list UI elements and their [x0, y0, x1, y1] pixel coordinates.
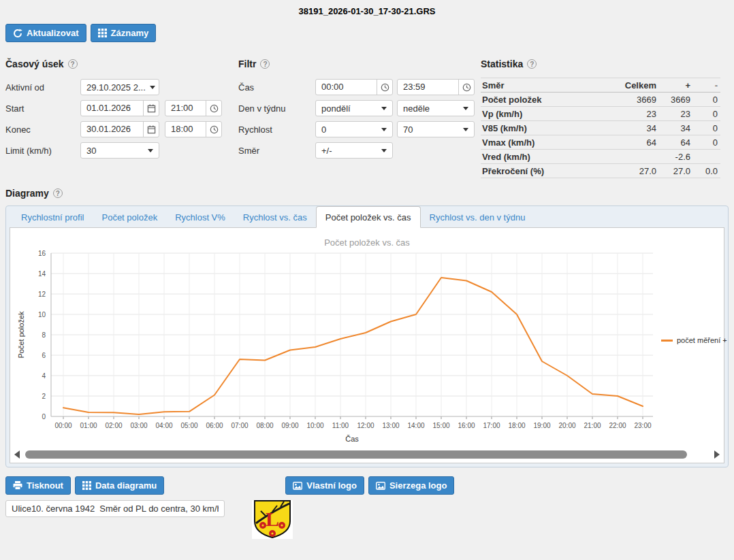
svg-text:07:00: 07:00 — [231, 422, 248, 429]
help-icon[interactable] — [53, 188, 63, 198]
diagram-panel: Rychlostní profil Počet položek Rychlost… — [5, 205, 729, 467]
page: 38191_2026-01-30_17-30-21.GRS Aktualizov… — [0, 0, 734, 543]
svg-text:19:00: 19:00 — [533, 422, 550, 429]
chevron-down-icon — [381, 149, 387, 152]
help-icon[interactable] — [527, 59, 537, 69]
tab-pocet-polozek-vs-cas[interactable]: Počet položek vs. čas — [316, 206, 421, 228]
chart-horizontal-scrollbar — [14, 449, 720, 460]
printer-icon — [13, 481, 22, 490]
table-row: Vred (km/h) -2.6 — [481, 150, 720, 164]
top-toolbar: Aktualizovat Záznamy — [5, 24, 729, 42]
svg-text:4: 4 — [42, 372, 46, 380]
table-row: Vmax (km/h) 64 64 0 — [481, 135, 720, 150]
tab-rychlost-vs-den[interactable]: Rychlost vs. den v týdnu — [421, 207, 534, 227]
records-button-label: Záznamy — [111, 28, 149, 38]
grid-icon — [98, 29, 107, 37]
clock-icon[interactable] — [377, 80, 392, 95]
weekday-to-select[interactable]: neděle — [397, 100, 475, 116]
speed-filter-label: Rychlost — [238, 125, 315, 135]
svg-text:6: 6 — [42, 352, 46, 359]
diagrams-title: Diagramy — [5, 188, 49, 199]
svg-text:17:00: 17:00 — [483, 422, 500, 429]
end-label: Konec — [5, 125, 80, 135]
sierzega-logo-button[interactable]: Sierzega logo — [368, 476, 455, 495]
svg-text:Počet položek: Počet položek — [17, 311, 25, 359]
end-time-input[interactable]: 18:00 — [165, 121, 222, 137]
records-button[interactable]: Záznamy — [91, 24, 157, 42]
svg-text:02:00: 02:00 — [105, 422, 122, 429]
start-date-input[interactable]: 01.01.2026 — [80, 100, 159, 116]
clock-icon[interactable] — [206, 122, 221, 137]
time-section-title: Časový úsek — [5, 59, 64, 69]
start-time-input[interactable]: 21:00 — [165, 100, 222, 116]
refresh-icon — [13, 29, 22, 38]
help-icon[interactable] — [68, 59, 78, 69]
speed-from-select[interactable]: 0 — [315, 121, 393, 137]
svg-text:16: 16 — [38, 250, 46, 257]
stats-section-title: Statistika — [481, 59, 523, 69]
calendar-icon[interactable] — [143, 122, 159, 137]
limit-select[interactable]: 30 — [80, 142, 159, 159]
scrollbar-track[interactable] — [24, 450, 710, 459]
table-row: Překročení (%) 27.0 27.0 0.0 — [481, 164, 720, 178]
time-to-input[interactable]: 23:59 — [397, 79, 475, 95]
grid-icon — [82, 481, 91, 490]
refresh-button-label: Aktualizovat — [27, 28, 79, 38]
custom-logo-image: L — [252, 500, 293, 539]
end-date-input[interactable]: 30.01.2026 — [80, 121, 159, 137]
sierzega-logo-button-label: Sierzega logo — [389, 480, 447, 491]
clock-icon[interactable] — [458, 80, 474, 95]
diagram-data-button-label: Data diagramu — [95, 480, 157, 491]
tab-rychlostni-profil[interactable]: Rychlostní profil — [12, 207, 93, 227]
own-logo-button[interactable]: Vlastní logo — [285, 476, 364, 495]
svg-text:14: 14 — [38, 270, 46, 278]
clock-icon[interactable] — [206, 101, 221, 116]
diagram-data-button[interactable]: Data diagramu — [75, 476, 164, 495]
svg-text:22:00: 22:00 — [609, 422, 626, 429]
time-section: Časový úsek Aktivní od 29.10.2025 2... S… — [5, 56, 238, 178]
tab-rychlost-v[interactable]: Rychlost V% — [166, 207, 234, 227]
bottom-toolbar: Tisknout Data diagramu Vlastní logo Sier… — [5, 476, 729, 495]
own-logo-button-label: Vlastní logo — [306, 480, 357, 491]
legend-label: počet měření + — [677, 336, 727, 344]
filter-sections: Časový úsek Aktivní od 29.10.2025 2... S… — [5, 56, 729, 178]
speed-to-select[interactable]: 70 — [397, 121, 475, 137]
table-row: V85 (km/h) 34 34 0 — [481, 121, 720, 135]
svg-text:20:00: 20:00 — [558, 422, 575, 429]
scroll-right-icon[interactable] — [714, 450, 720, 459]
active-from-select[interactable]: 29.10.2025 2... — [80, 79, 159, 95]
line-chart: 024681012141600:0001:0002:0003:0004:0005… — [16, 249, 661, 446]
stats-table: Směr Celkem + - Počet položek 3669 3669 … — [481, 78, 720, 178]
chevron-down-icon — [150, 86, 155, 89]
svg-text:18:00: 18:00 — [508, 422, 525, 429]
filter-section: Filtr Čas 00:00 23:59 — [238, 56, 481, 178]
chevron-down-icon — [381, 128, 387, 131]
svg-text:8: 8 — [42, 331, 46, 339]
table-row: Vp (km/h) 23 23 0 — [481, 107, 720, 121]
calendar-icon[interactable] — [143, 101, 159, 116]
help-icon[interactable] — [260, 59, 270, 69]
image-icon — [293, 482, 302, 490]
direction-select[interactable]: +/- — [315, 142, 393, 159]
svg-text:21:00: 21:00 — [584, 422, 601, 429]
print-button[interactable]: Tisknout — [5, 476, 71, 495]
svg-text:03:00: 03:00 — [130, 422, 147, 429]
svg-text:0: 0 — [42, 413, 46, 421]
svg-text:12:00: 12:00 — [357, 422, 374, 429]
active-from-label: Aktivní od — [5, 82, 80, 93]
start-label: Start — [5, 103, 80, 114]
chevron-down-icon — [463, 107, 468, 110]
direction-filter-label: Směr — [238, 146, 315, 156]
time-from-input[interactable]: 00:00 — [315, 79, 393, 95]
stats-header-row: Směr Celkem + - — [481, 78, 720, 93]
chevron-down-icon — [463, 128, 468, 131]
description-input[interactable] — [5, 500, 225, 517]
weekday-filter-label: Den v týdnu — [238, 103, 315, 114]
scrollbar-thumb[interactable] — [25, 450, 687, 459]
refresh-button[interactable]: Aktualizovat — [5, 24, 86, 42]
tab-pocet-polozek[interactable]: Počet položek — [93, 207, 166, 227]
svg-text:13:00: 13:00 — [382, 422, 399, 429]
scroll-left-icon[interactable] — [14, 450, 20, 459]
weekday-from-select[interactable]: pondělí — [315, 100, 393, 116]
tab-rychlost-vs-cas[interactable]: Rychlost vs. čas — [234, 207, 316, 227]
